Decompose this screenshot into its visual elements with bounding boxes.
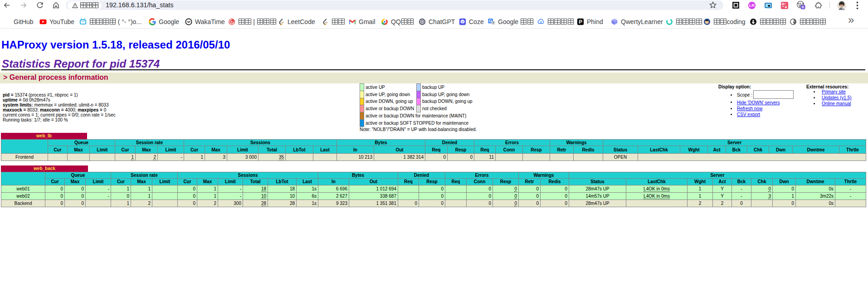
svg-text:A: A	[785, 5, 787, 9]
svg-text:LR: LR	[749, 3, 755, 8]
svg-text:6: 6	[802, 5, 804, 9]
svg-text:P: P	[579, 19, 582, 24]
